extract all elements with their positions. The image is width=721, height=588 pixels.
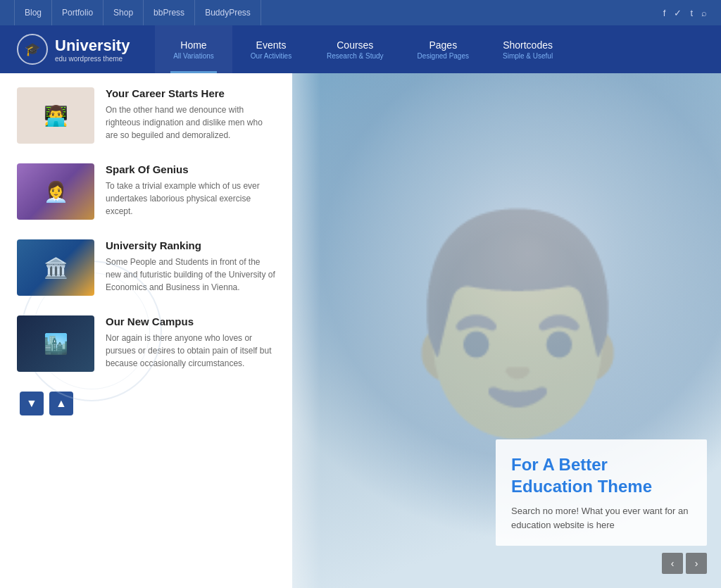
top-bar-navigation: Blog Portfolio Shop bbPress BuddyPress bbox=[14, 0, 261, 25]
topnav-bbpress[interactable]: bbPress bbox=[144, 0, 195, 25]
list-item: Spark Of Genius To take a trivial exampl… bbox=[17, 163, 275, 220]
scroll-down-button[interactable]: ▼ bbox=[20, 392, 44, 415]
logo[interactable]: 🎓 University edu wordpress theme bbox=[0, 25, 155, 73]
hero-heading: For A Better Education Theme bbox=[511, 453, 691, 497]
card-title-genius: Spark Of Genius bbox=[106, 163, 275, 175]
facebook-icon[interactable]: f bbox=[663, 8, 666, 18]
nav-item-events[interactable]: Events Our Activities bbox=[232, 25, 310, 73]
card-desc-career: On the other hand we denounce with right… bbox=[106, 104, 275, 142]
card-desc-campus: Nor again is there anyone who loves or p… bbox=[106, 332, 275, 370]
card-desc-genius: To take a trivial example which of us ev… bbox=[106, 180, 275, 218]
nav-item-courses[interactable]: Courses Research & Study bbox=[310, 25, 401, 73]
card-title-ranking: University Ranking bbox=[106, 239, 275, 251]
list-item: Your Career Starts Here On the other han… bbox=[17, 87, 275, 144]
left-panel: Your Career Starts Here On the other han… bbox=[0, 73, 292, 588]
slider-controls: ‹ › bbox=[662, 553, 707, 574]
card-image-career bbox=[17, 87, 94, 144]
scroll-arrows: ▼ ▲ bbox=[17, 392, 275, 415]
hero-panel: 👨 For A Better Education Theme Search no… bbox=[292, 73, 721, 588]
card-content-career: Your Career Starts Here On the other han… bbox=[106, 87, 275, 142]
slider-prev-button[interactable]: ‹ bbox=[662, 553, 683, 574]
card-content-campus: Our New Campus Nor again is there anyone… bbox=[106, 315, 275, 370]
nav-item-home[interactable]: Home All Variations bbox=[155, 25, 232, 73]
card-image-ranking bbox=[17, 239, 94, 296]
card-content-genius: Spark Of Genius To take a trivial exampl… bbox=[106, 163, 275, 218]
card-image-campus bbox=[17, 315, 94, 372]
hero-text-box: For A Better Education Theme Search no m… bbox=[496, 439, 707, 546]
nav-item-pages[interactable]: Pages Designed Pages bbox=[401, 25, 486, 73]
card-content-ranking: University Ranking Some People and Stude… bbox=[106, 239, 275, 294]
social-links: f ✓ t ⌕ bbox=[663, 8, 707, 18]
card-title-career: Your Career Starts Here bbox=[106, 87, 275, 99]
logo-text: University edu wordpress theme bbox=[55, 37, 130, 63]
topnav-blog[interactable]: Blog bbox=[14, 0, 52, 25]
main-navigation: 🎓 University edu wordpress theme Home Al… bbox=[0, 25, 721, 73]
scroll-up-button[interactable]: ▲ bbox=[49, 392, 73, 415]
hero-edge-gradient bbox=[292, 73, 320, 588]
slider-next-button[interactable]: › bbox=[686, 553, 707, 574]
list-item: Our New Campus Nor again is there anyone… bbox=[17, 315, 275, 372]
site-name: University bbox=[55, 37, 130, 55]
main-content: Your Career Starts Here On the other han… bbox=[0, 73, 721, 588]
topnav-shop[interactable]: Shop bbox=[104, 0, 144, 25]
twitter-icon[interactable]: t bbox=[690, 8, 693, 18]
list-item: University Ranking Some People and Stude… bbox=[17, 239, 275, 296]
top-bar: Blog Portfolio Shop bbPress BuddyPress f… bbox=[0, 0, 721, 25]
youtube-icon[interactable]: ✓ bbox=[674, 8, 682, 18]
search-icon[interactable]: ⌕ bbox=[701, 8, 707, 18]
site-tagline: edu wordpress theme bbox=[55, 55, 130, 63]
nav-items-container: Home All Variations Events Our Activitie… bbox=[155, 25, 721, 73]
logo-icon: 🎓 bbox=[17, 34, 48, 65]
card-image-genius bbox=[17, 163, 94, 220]
card-desc-ranking: Some People and Students in front of the… bbox=[106, 256, 275, 294]
topnav-portfolio[interactable]: Portfolio bbox=[52, 0, 104, 25]
topnav-buddypress[interactable]: BuddyPress bbox=[195, 0, 261, 25]
card-title-campus: Our New Campus bbox=[106, 315, 275, 327]
nav-item-shortcodes[interactable]: Shortcodes Simple & Useful bbox=[486, 25, 570, 73]
hero-subtext: Search no more! What you ever want for a… bbox=[511, 504, 691, 532]
